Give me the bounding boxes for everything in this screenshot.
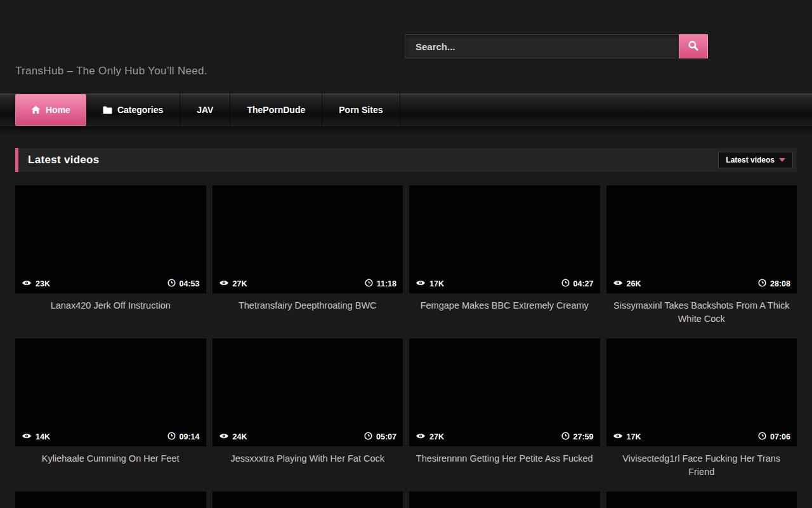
video-card[interactable]	[409, 491, 600, 508]
search-input[interactable]	[405, 34, 679, 58]
clock-icon	[167, 279, 176, 289]
views-stat: 26K	[613, 279, 641, 288]
site-tagline: TransHub – The Only Hub You’ll Need.	[15, 65, 207, 77]
video-grid: 23K 04:53 Lanax420 Jerk Off Instruction	[15, 185, 797, 508]
duration-value: 27:59	[573, 432, 594, 441]
clock-icon	[167, 432, 176, 442]
video-title[interactable]: Vivisectedg1rl Face Fucking Her Trans Fr…	[606, 446, 797, 491]
eye-icon	[22, 432, 32, 441]
chevron-down-icon	[779, 158, 785, 162]
video-thumbnail[interactable]: 14K 09:14	[15, 338, 206, 446]
video-stats: 23K 04:53	[15, 274, 206, 293]
nav-item-porn-sites[interactable]: Porn Sites	[322, 93, 400, 126]
video-thumbnail[interactable]	[409, 491, 600, 508]
video-title[interactable]: Lanax420 Jerk Off Instruction	[15, 293, 206, 338]
video-card[interactable]	[606, 491, 797, 508]
duration-stat: 27:59	[561, 432, 594, 442]
video-card[interactable]: 27K 11:18 Thetransfairy Deepthroating BW…	[213, 185, 403, 338]
duration-stat: 09:14	[167, 432, 200, 442]
eye-icon	[416, 279, 426, 288]
video-thumbnail[interactable]: 26K 28:08	[606, 185, 797, 293]
nav-item-label: Porn Sites	[339, 105, 383, 115]
nav-item-label: Home	[46, 105, 70, 115]
video-stats: 14K 09:14	[15, 427, 206, 446]
nav-item-theporndude[interactable]: ThePornDude	[230, 93, 322, 126]
nav-item-categories[interactable]: Categories	[86, 93, 180, 126]
video-thumbnail[interactable]: 23K 04:53	[15, 185, 206, 293]
video-thumbnail[interactable]: 24K 05:07	[213, 338, 403, 446]
video-card[interactable]: 17K 04:27 Femgape Makes BBC Extremely Cr…	[409, 185, 600, 338]
video-stats: 17K 04:27	[409, 274, 600, 293]
search-icon	[688, 40, 699, 53]
main-nav: Home Categories JAV ThePornDude Porn Sit…	[0, 93, 812, 126]
video-stats: 17K 07:06	[606, 427, 797, 446]
video-thumbnail[interactable]: 17K 04:27	[409, 185, 600, 293]
video-stats: 24K 05:07	[213, 427, 403, 446]
video-stats: 27K 11:18	[213, 274, 403, 293]
duration-value: 04:27	[573, 279, 594, 288]
duration-stat: 11:18	[365, 279, 396, 289]
video-card[interactable]: 27K 27:59 Thesirennnn Getting Her Petite…	[409, 338, 600, 491]
video-thumbnail[interactable]: 27K 27:59	[409, 338, 600, 446]
views-stat: 23K	[22, 279, 50, 288]
video-card[interactable]	[213, 491, 403, 508]
clock-icon	[561, 279, 570, 289]
duration-stat: 04:27	[561, 279, 594, 289]
video-card[interactable]: 17K 07:06 Vivisectedg1rl Face Fucking He…	[606, 338, 797, 491]
video-card[interactable]: 26K 28:08 Sissymaxinl Takes Backshots Fr…	[606, 185, 797, 338]
video-card[interactable]	[15, 491, 206, 508]
video-card[interactable]: 24K 05:07 Jessxxxtra Playing With Her Fa…	[213, 338, 403, 491]
search-form	[405, 34, 708, 58]
views-count: 27K	[429, 432, 444, 441]
video-title[interactable]: Femgape Makes BBC Extremely Creamy	[409, 293, 600, 338]
section-title: Latest videos	[28, 154, 100, 166]
video-title[interactable]: Thetransfairy Deepthroating BWC	[213, 293, 403, 338]
views-count: 24K	[233, 432, 247, 441]
home-icon	[31, 105, 41, 114]
video-thumbnail[interactable]: 17K 07:06	[606, 338, 797, 446]
views-count: 23K	[36, 279, 50, 288]
clock-icon	[758, 432, 766, 442]
video-thumbnail[interactable]	[213, 491, 403, 508]
nav-item-label: Categories	[117, 105, 163, 115]
views-stat: 27K	[416, 432, 444, 441]
eye-icon	[22, 279, 32, 288]
views-stat: 14K	[22, 432, 50, 441]
eye-icon	[613, 432, 623, 441]
eye-icon	[219, 432, 229, 441]
eye-icon	[613, 279, 623, 288]
video-title[interactable]: Sissymaxinl Takes Backshots From A Thick…	[606, 293, 797, 338]
duration-value: 04:53	[180, 279, 200, 288]
duration-value: 07:06	[770, 432, 790, 441]
duration-stat: 04:53	[167, 279, 200, 289]
eye-icon	[416, 432, 426, 441]
search-button[interactable]	[679, 34, 708, 58]
video-title[interactable]: Kyliehaale Cumming On Her Feet	[15, 446, 206, 491]
video-title[interactable]: Jessxxxtra Playing With Her Fat Cock	[213, 446, 403, 491]
section-header: Latest videos Latest videos	[15, 148, 797, 172]
sort-dropdown-button[interactable]: Latest videos	[718, 152, 793, 168]
main-content: Latest videos Latest videos 23K	[15, 148, 797, 508]
video-title[interactable]: Thesirennnn Getting Her Petite Ass Fucke…	[409, 446, 600, 491]
views-stat: 24K	[219, 432, 247, 441]
duration-stat: 28:08	[758, 279, 790, 289]
video-thumbnail[interactable]	[606, 491, 797, 508]
clock-icon	[561, 432, 570, 442]
video-card[interactable]: 23K 04:53 Lanax420 Jerk Off Instruction	[15, 185, 206, 338]
duration-value: 28:08	[770, 279, 790, 288]
video-thumbnail[interactable]: 27K 11:18	[213, 185, 403, 293]
nav-item-jav[interactable]: JAV	[180, 93, 230, 126]
nav-item-home[interactable]: Home	[15, 94, 86, 126]
sort-dropdown-label: Latest videos	[726, 156, 775, 164]
eye-icon	[219, 279, 229, 288]
clock-icon	[758, 279, 766, 289]
views-count: 14K	[36, 432, 50, 441]
video-card[interactable]: 14K 09:14 Kyliehaale Cumming On Her Feet	[15, 338, 206, 491]
views-count: 17K	[627, 432, 641, 441]
video-thumbnail[interactable]	[15, 491, 206, 508]
clock-icon	[365, 279, 373, 289]
nav-list: Home Categories JAV ThePornDude Porn Sit…	[0, 93, 812, 126]
views-stat: 27K	[219, 279, 247, 288]
duration-value: 11:18	[377, 279, 396, 288]
video-stats: 26K 28:08	[606, 274, 797, 293]
